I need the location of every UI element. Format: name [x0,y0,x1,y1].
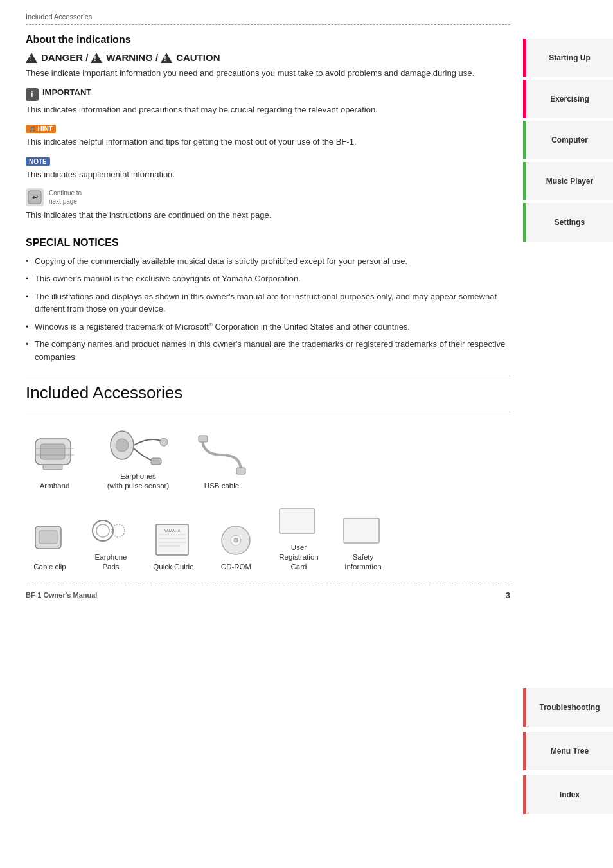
special-notices-section: SPECIAL NOTICES Copying of the commercia… [26,237,510,364]
important-body: This indicates information and precautio… [26,103,510,116]
svg-rect-3 [40,444,65,459]
cd-rom-label: CD-ROM [221,562,251,572]
quick-guide-label: Quick Guide [153,562,193,572]
top-divider [26,24,510,25]
danger-icon [26,53,37,63]
svg-rect-27 [280,509,315,533]
nav-exercising[interactable]: Exercising [523,80,613,118]
svg-rect-11 [199,436,208,442]
svg-rect-14 [39,531,57,544]
list-item: Copying of the commercially available mu… [26,255,510,268]
accessory-earphone-pads: EarphonePads [87,513,135,572]
svg-point-9 [160,438,168,446]
important-box: i IMPORTANT [26,87,510,101]
svg-text:↩: ↩ [32,193,39,201]
breadcrumb: Included Accessories [26,13,510,21]
svg-rect-28 [344,518,379,543]
safety-info-label: SafetyInformation [344,553,382,572]
accessory-cable-clip: Cable clip [26,523,74,572]
svg-point-26 [234,538,238,542]
continue-text: Continue to next page [49,189,82,206]
list-item: The illustrations and displays as shown … [26,290,510,315]
list-item: Windows is a registered trademark of Mic… [26,321,510,333]
earphone-pads-image [90,513,132,549]
accessories-title: Included Accessories [26,383,510,403]
nav-troubleshooting[interactable]: Troubleshooting [523,688,613,727]
section-divider [26,376,510,376]
danger-line: DANGER / WARNING / CAUTION [26,52,510,63]
svg-point-15 [93,520,113,541]
svg-rect-12 [236,468,245,474]
usb-label: USB cable [204,481,239,491]
earphones-image [100,423,177,468]
cable-clip-image [29,523,71,558]
accessory-user-card: UserRegistrationCard [273,504,324,572]
caution-icon [161,53,172,63]
accessory-safety-info: SafetyInformation [337,513,389,572]
quick-guide-image: YAMAHA [151,523,196,558]
main-content: Included Accessories About the indicatio… [26,0,510,605]
usb-image [196,432,247,477]
important-icon: i [26,88,39,101]
footer: BF-1 Owner's Manual 3 [26,585,510,605]
warning-icon [91,53,102,63]
hint-badge: HINT [26,125,56,133]
special-notices-list: Copying of the commercially available mu… [26,255,510,364]
accessory-quick-guide: YAMAHA Quick Guide [148,523,199,572]
continue-icon: ↩ [26,188,44,206]
nav-starting-up[interactable]: Starting Up [523,39,613,77]
note-badge: NOTE [26,157,50,166]
note-body: This indicates supplemental information. [26,168,510,181]
accessory-earphones: Earphones(with pulse sensor) [96,423,180,491]
earphone-pads-label: EarphonePads [95,553,127,572]
accessory-armband: Armband [26,432,84,491]
right-nav-top: Starting Up Exercising Computer Music Pl… [523,0,613,244]
list-item: This owner's manual is the exclusive cop… [26,272,510,285]
continue-box: ↩ Continue to next page [26,188,510,206]
earphones-label: Earphones(with pulse sensor) [107,472,170,491]
about-indications-section: About the indications DANGER / WARNING /… [26,34,510,222]
caution-text: CAUTION [176,52,220,63]
accessory-cd-rom: CD-ROM [212,523,260,572]
continue-body: This indicates that the instructions are… [26,209,510,222]
accessory-usb-cable: USB cable [193,432,251,491]
danger-body: These indicate important information you… [26,67,510,80]
svg-point-8 [116,439,129,452]
right-nav-bottom: Troubleshooting Menu Tree Index [523,688,613,817]
nav-computer[interactable]: Computer [523,121,613,159]
armband-label: Armband [40,481,70,491]
warning-text: WARNING / [106,52,158,63]
cable-clip-label: Cable clip [33,562,66,572]
user-card-label: UserRegistrationCard [279,543,318,572]
special-notices-title: SPECIAL NOTICES [26,237,510,249]
important-label: IMPORTANT [42,87,91,97]
armband-image [29,432,80,477]
accessories-row-2: Cable clip EarphonePads [26,504,510,572]
safety-info-image [341,513,386,549]
svg-rect-10 [151,458,161,465]
svg-rect-6 [43,465,62,470]
accessories-divider [26,412,510,412]
accessories-section: Included Accessories Armband [26,383,510,572]
cd-rom-image [215,523,257,558]
nav-menu-tree[interactable]: Menu Tree [523,732,613,770]
footer-page: 3 [506,590,510,600]
about-title: About the indications [26,34,510,46]
accessories-row-1: Armband Earphones(with pulse sensor) [26,423,510,491]
user-card-image [276,504,321,539]
danger-text: DANGER / [41,52,88,63]
hint-body: This indicates helpful information and t… [26,136,510,148]
note-badge-wrapper: NOTE [26,156,510,168]
hint-badge-wrapper: HINT [26,123,510,136]
nav-settings[interactable]: Settings [523,203,613,242]
nav-index[interactable]: Index [523,775,613,814]
svg-point-16 [96,524,109,537]
list-item: The company names and product names in t… [26,338,510,363]
svg-text:YAMAHA: YAMAHA [164,529,181,533]
footer-label: BF-1 Owner's Manual [26,591,97,599]
nav-music-player[interactable]: Music Player [523,162,613,200]
